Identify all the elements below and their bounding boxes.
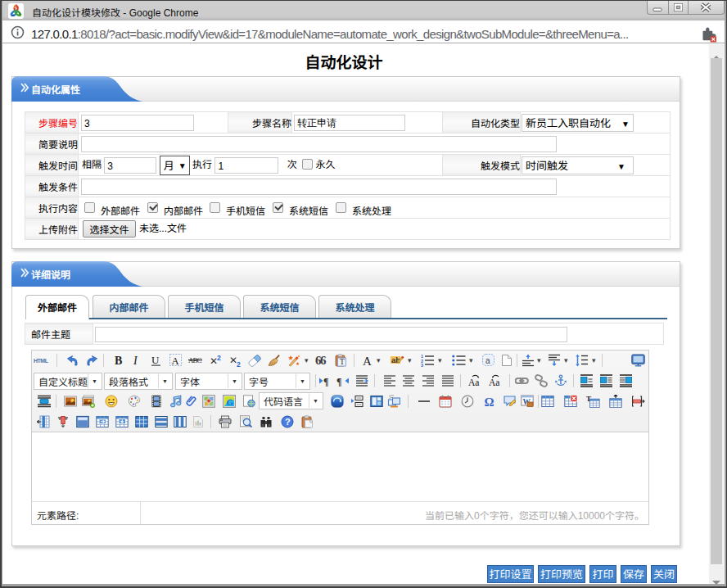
svg-text:HTML: HTML — [34, 358, 49, 364]
svg-text:3: 3 — [421, 363, 423, 367]
svg-text:U: U — [151, 354, 160, 366]
svg-text:A: A — [363, 355, 372, 368]
svg-text:¶: ¶ — [323, 376, 328, 387]
svg-text:2: 2 — [217, 354, 221, 362]
svg-text:¶: ¶ — [336, 376, 341, 387]
svg-text:Aa: Aa — [468, 378, 479, 387]
svg-text:Aa: Aa — [489, 378, 499, 387]
svg-text:A: A — [172, 355, 179, 367]
svg-text:T: T — [340, 358, 345, 366]
svg-text:66: 66 — [315, 354, 327, 367]
svg-text:a: a — [485, 356, 490, 365]
svg-text:G: G — [227, 397, 234, 407]
svg-text:Ω: Ω — [485, 396, 494, 409]
svg-text:B: B — [115, 355, 122, 367]
svg-text:I: I — [133, 355, 138, 367]
svg-text:?: ? — [285, 417, 291, 427]
svg-text:2: 2 — [237, 360, 241, 367]
